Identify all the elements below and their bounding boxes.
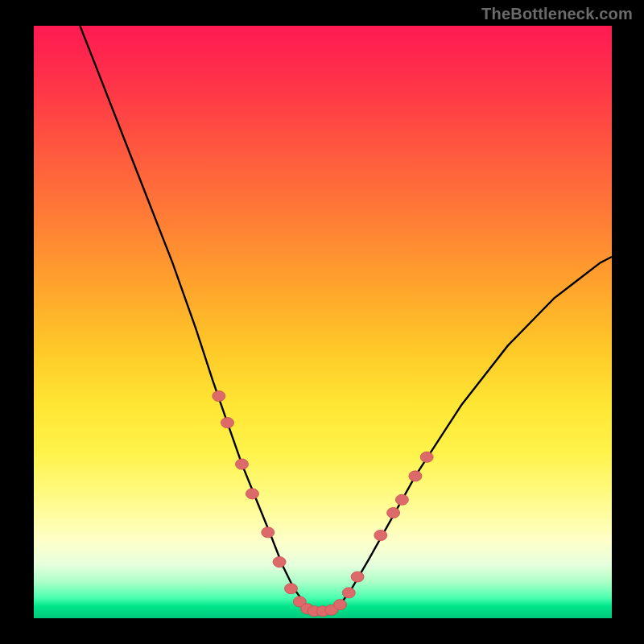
data-point-marker <box>221 418 234 428</box>
data-point-marker <box>262 527 275 538</box>
plot-area <box>34 26 612 618</box>
data-point-marker <box>342 588 355 598</box>
chart-svg <box>34 26 612 618</box>
data-point-marker <box>409 471 422 481</box>
data-point-marker <box>387 507 400 518</box>
data-point-marker <box>334 600 347 610</box>
data-point-marker <box>213 390 225 401</box>
data-markers <box>213 390 433 616</box>
data-point-marker <box>236 459 249 469</box>
data-point-marker <box>374 530 387 540</box>
data-point-marker <box>351 572 364 582</box>
data-point-marker <box>246 489 258 499</box>
data-point-marker <box>285 584 298 594</box>
watermark-text: TheBottleneck.com <box>481 5 633 23</box>
data-point-marker <box>420 452 433 462</box>
bottleneck-curve <box>80 26 612 611</box>
data-point-marker <box>273 557 286 568</box>
chart-container: TheBottleneck.com <box>0 0 644 644</box>
data-point-marker <box>395 494 408 505</box>
